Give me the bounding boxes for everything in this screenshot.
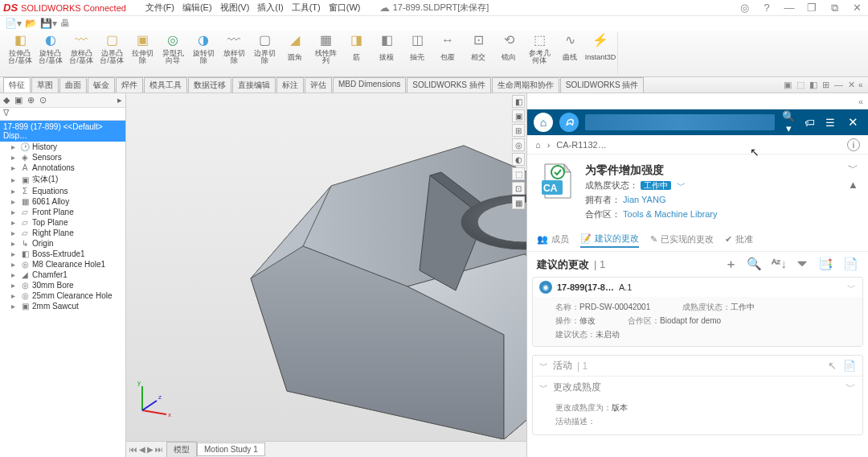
ribbon-button[interactable]: ◢圆角 bbox=[281, 32, 309, 65]
tree-tab-icon[interactable]: ▣ bbox=[14, 95, 23, 105]
section-action-icon[interactable]: ＋ bbox=[725, 257, 737, 272]
tab-nav-prev-icon[interactable]: ◀ bbox=[139, 445, 145, 454]
feature-tab[interactable]: 曲面 bbox=[59, 77, 87, 93]
save-icon[interactable]: 💾▾ bbox=[40, 18, 57, 29]
tree-item[interactable]: ▸AAnnotations bbox=[0, 163, 125, 173]
ribbon-button[interactable]: ⚡Instant3D bbox=[587, 32, 614, 65]
3dx-close-icon[interactable]: ✕ bbox=[844, 115, 862, 130]
tree-item[interactable]: ▸◈Sensors bbox=[0, 152, 125, 163]
orientation-triad[interactable]: y x z bbox=[134, 378, 174, 420]
ribbon-button[interactable]: ↔包覆 bbox=[434, 32, 461, 65]
ribbon-button[interactable]: ∿曲线 bbox=[556, 32, 583, 65]
view-icon[interactable]: ✕ bbox=[848, 80, 855, 90]
tree-item[interactable]: ▸▦6061 Alloy bbox=[0, 196, 125, 207]
tree-item[interactable]: ▸▱Top Plane bbox=[0, 217, 125, 228]
menu-insert[interactable]: 插入(I) bbox=[254, 2, 286, 14]
feature-tab[interactable]: 数据迁移 bbox=[188, 77, 231, 93]
collspace-link[interactable]: Tools & Machine Library bbox=[623, 209, 717, 219]
section-action-icon[interactable]: ᴬᶻ↓ bbox=[772, 257, 788, 272]
ribbon-button[interactable]: ⊡相交 bbox=[465, 32, 492, 65]
3dx-search-icon[interactable]: 🔍▾ bbox=[781, 110, 796, 134]
side-tool-icon[interactable]: ▦ bbox=[512, 196, 525, 209]
up-icon[interactable]: ▲ bbox=[848, 179, 858, 191]
tree-tab-icon[interactable]: ⊕ bbox=[27, 95, 35, 105]
tree-item[interactable]: ▸◎30mm Bore bbox=[0, 280, 125, 290]
3dx-home-icon[interactable]: ⌂ bbox=[534, 113, 553, 132]
tree-item[interactable]: ▸▣实体(1) bbox=[0, 173, 125, 186]
page-icon[interactable]: 📄 bbox=[843, 360, 856, 372]
3dx-menu-icon[interactable]: ☰ bbox=[823, 117, 837, 129]
feature-tab[interactable]: 焊件 bbox=[116, 77, 143, 93]
collapse-icon[interactable]: ﹀ bbox=[848, 161, 858, 175]
tree-tab-icon[interactable]: ⊙ bbox=[39, 95, 47, 105]
side-tool-icon[interactable]: ◧ bbox=[512, 95, 525, 108]
print-icon[interactable]: 🖶 bbox=[60, 18, 70, 29]
tree-tab-icon[interactable]: ▸ bbox=[117, 95, 122, 105]
subtab[interactable]: 📝建议的更改 bbox=[580, 231, 639, 248]
batch-icon[interactable]: ⧉ bbox=[826, 2, 842, 14]
new-doc-icon[interactable]: 📄▾ bbox=[5, 18, 22, 29]
cursor-icon[interactable]: ↖ bbox=[828, 360, 837, 372]
ribbon-button[interactable]: ▣拉伸切除 bbox=[129, 32, 156, 65]
tree-item[interactable]: ▸ΣEquations bbox=[0, 186, 125, 196]
3dx-tag-icon[interactable]: 🏷 bbox=[802, 117, 817, 129]
tree-filter[interactable]: ∇ bbox=[0, 108, 125, 121]
side-tool-icon[interactable]: ⊞ bbox=[512, 124, 525, 137]
view-icon[interactable]: — bbox=[834, 80, 843, 90]
restore-icon[interactable]: ❐ bbox=[804, 2, 820, 14]
ribbon-button[interactable]: ▦线性阵列 bbox=[312, 32, 339, 65]
feature-tab[interactable]: SOLIDWORKS 插件 bbox=[407, 77, 491, 93]
section-action-icon[interactable]: 📄 bbox=[843, 257, 858, 272]
tab-model[interactable]: 模型 bbox=[166, 442, 197, 458]
view-icon[interactable]: ▣ bbox=[784, 80, 792, 90]
view-icon[interactable]: ⊞ bbox=[822, 80, 829, 90]
tree-item[interactable]: ▸▱Right Plane bbox=[0, 228, 125, 238]
ribbon-button[interactable]: ◫抽壳 bbox=[403, 32, 431, 65]
side-tool-icon[interactable]: ◎ bbox=[512, 138, 525, 151]
menu-tools[interactable]: 工具(T) bbox=[289, 2, 324, 14]
ribbon-button[interactable]: ◎异型孔向导 bbox=[159, 32, 186, 65]
subtab[interactable]: ✎已实现的更改 bbox=[650, 231, 714, 248]
ribbon-button[interactable]: ▢边界凸台/基体 bbox=[98, 32, 125, 65]
ribbon-button[interactable]: 〰放样切除 bbox=[220, 32, 248, 65]
tree-item[interactable]: ▸↳Origin bbox=[0, 238, 125, 249]
chevron-down-icon[interactable]: ﹀ bbox=[847, 282, 856, 294]
ribbon-button[interactable]: ⟲镜向 bbox=[495, 32, 522, 65]
tree-item[interactable]: ▸◧Boss-Extrude1 bbox=[0, 249, 125, 259]
feature-tab[interactable]: 模具工具 bbox=[144, 77, 187, 93]
side-tool-icon[interactable]: ▣ bbox=[512, 109, 525, 122]
tab-nav-first-icon[interactable]: ⏮ bbox=[129, 445, 137, 454]
minimize-icon[interactable]: — bbox=[781, 2, 797, 14]
owner-link[interactable]: Jian YANG bbox=[623, 195, 665, 204]
ribbon-button[interactable]: ◧拉伸凸台/基体 bbox=[6, 32, 34, 65]
ribbon-button[interactable]: ◐旋转凸台/基体 bbox=[37, 32, 64, 65]
maturity-dropdown-icon[interactable]: ﹀ bbox=[677, 180, 686, 190]
tab-nav-next-icon[interactable]: ▶ bbox=[147, 445, 154, 454]
subtab[interactable]: 👥成员 bbox=[537, 231, 569, 248]
ribbon-button[interactable]: ◧拔模 bbox=[373, 32, 400, 65]
tree-root[interactable]: 17-899 (17-899) <<Default> Disp… bbox=[0, 121, 125, 142]
chevron-down-icon[interactable]: ﹀ bbox=[539, 381, 548, 393]
section-action-icon[interactable]: ⏷ bbox=[796, 257, 809, 272]
feature-tab[interactable]: 生命周期和协作 bbox=[492, 77, 559, 93]
3d-viewport[interactable]: y x z ◧ ▣ ⊞ ◎ ◐ ⬚ ⊡ ▦ ⏮ ◀ ▶ ⏭ 模型 Motion … bbox=[126, 93, 526, 457]
feature-tab[interactable]: 直接编辑 bbox=[232, 77, 276, 93]
side-tool-icon[interactable]: ⬚ bbox=[512, 167, 525, 180]
ribbon-button[interactable]: ◨筋 bbox=[342, 32, 370, 65]
feature-tab[interactable]: 评估 bbox=[305, 77, 332, 93]
tree-item[interactable]: ▸🕑History bbox=[0, 142, 125, 152]
open-icon[interactable]: 📂 bbox=[25, 18, 37, 29]
close-icon[interactable]: ✕ bbox=[849, 2, 865, 14]
feature-tab[interactable]: 标注 bbox=[276, 77, 304, 93]
tree-item[interactable]: ▸▣2mm Sawcut bbox=[0, 301, 125, 311]
help-icon[interactable]: ? bbox=[759, 2, 775, 14]
menu-edit[interactable]: 编辑(E) bbox=[179, 2, 215, 14]
tab-motion-study[interactable]: Motion Study 1 bbox=[197, 443, 265, 456]
breadcrumb-item[interactable]: CA-R1132… bbox=[556, 140, 606, 150]
menu-window[interactable]: 窗口(W) bbox=[326, 2, 364, 14]
tree-tab-icon[interactable]: ◆ bbox=[3, 95, 10, 105]
user-icon[interactable]: ◎ bbox=[736, 2, 752, 14]
chevron-down-icon[interactable]: ﹀ bbox=[845, 380, 856, 394]
section-action-icon[interactable]: 🔍 bbox=[747, 257, 762, 272]
tree-item[interactable]: ▸◎M8 Clearance Hole1 bbox=[0, 259, 125, 270]
